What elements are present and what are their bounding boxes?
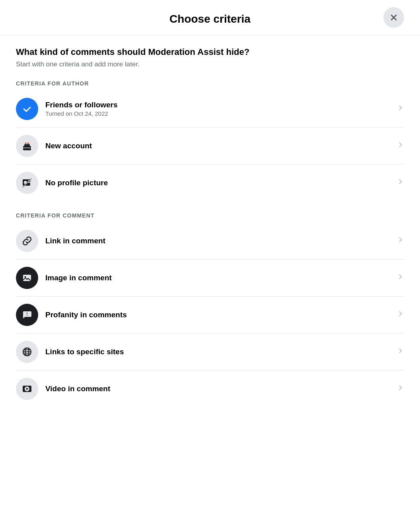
chevron-right-icon [397,384,404,393]
close-icon [389,13,398,22]
profanity-icon-wrapper: ! [16,304,38,326]
image-in-comment-text: Image in comment [45,274,112,282]
speech-warning-icon: ! [21,309,33,320]
chevron-right-icon [397,347,404,356]
link-in-comment-text: Link in comment [45,237,105,245]
criteria-list-author: Friends or followers Turned on Oct 24, 2… [16,91,404,201]
profanity-text: Profanity in comments [45,311,127,319]
no-photo-icon [21,177,33,188]
criteria-name: Friends or followers [45,101,118,109]
chevron-right-icon [397,178,404,187]
svg-point-7 [28,142,29,144]
chevron-right-icon [397,236,404,245]
criteria-name: Image in comment [45,274,112,282]
modal-body: What kind of comments should Moderation … [0,35,420,418]
criteria-left: Friends or followers Turned on Oct 24, 2… [16,98,118,120]
modal-container: Choose criteria What kind of comments sh… [0,0,420,528]
criteria-name: No profile picture [45,179,108,187]
criteria-name: New account [45,142,92,150]
svg-point-5 [25,142,26,144]
checkmark-icon [21,103,33,115]
video-icon [21,383,33,394]
friends-followers-icon-wrapper [16,98,38,120]
section-label-author: CRITERIA FOR AUTHOR [16,80,404,87]
chevron-right-icon [397,104,404,113]
chevron-right-icon [397,310,404,319]
chevron-right-icon [397,273,404,282]
image-icon-wrapper [16,267,38,289]
new-account-icon-wrapper [16,135,38,157]
modal-header: Choose criteria [0,0,420,35]
criteria-left: Link in comment [16,230,105,252]
video-in-comment-text: Video in comment [45,384,110,393]
list-item[interactable]: Video in comment [16,371,404,407]
modal-title: Choose criteria [169,13,251,25]
list-item[interactable]: Friends or followers Turned on Oct 24, 2… [16,91,404,128]
criteria-left: Links to specific sites [16,341,124,363]
list-item[interactable]: No profile picture [16,165,404,201]
criteria-list-comment: Link in comment [16,223,404,407]
link-icon-wrapper [16,230,38,252]
video-icon-wrapper [16,378,38,400]
no-profile-picture-text: No profile picture [45,179,108,187]
close-button[interactable] [383,7,404,28]
svg-text:!: ! [26,312,27,316]
criteria-name: Links to specific sites [45,347,124,356]
criteria-name: Video in comment [45,384,110,393]
list-item[interactable]: Links to specific sites [16,334,404,371]
criteria-left: New account [16,135,92,157]
no-profile-picture-icon-wrapper [16,172,38,194]
svg-point-16 [25,276,26,278]
criteria-left: Image in comment [16,267,112,289]
chevron-right-icon [397,141,404,150]
friends-followers-text: Friends or followers Turned on Oct 24, 2… [45,101,118,117]
criteria-left: No profile picture [16,172,108,194]
image-icon [21,272,33,283]
criteria-name: Profanity in comments [45,311,127,319]
intro-subtext: Start with one criteria and add more lat… [16,60,404,68]
list-item[interactable]: ! Profanity in comments [16,297,404,334]
list-item[interactable]: Image in comment [16,260,404,297]
new-account-text: New account [45,142,92,150]
list-item[interactable]: New account [16,128,404,165]
criteria-name: Link in comment [45,237,105,245]
section-label-comment: CRITERIA FOR COMMENT [16,212,404,219]
links-specific-sites-text: Links to specific sites [45,347,124,356]
criteria-subtitle: Turned on Oct 24, 2022 [45,110,118,117]
link-icon [21,235,33,247]
criteria-left: ! Profanity in comments [16,304,127,326]
criteria-left: Video in comment [16,378,110,400]
intro-heading: What kind of comments should Moderation … [16,47,404,58]
cake-icon [21,140,33,151]
list-item[interactable]: Link in comment [16,223,404,260]
globe-icon [21,346,33,357]
svg-point-6 [27,142,27,144]
globe-icon-wrapper [16,341,38,363]
